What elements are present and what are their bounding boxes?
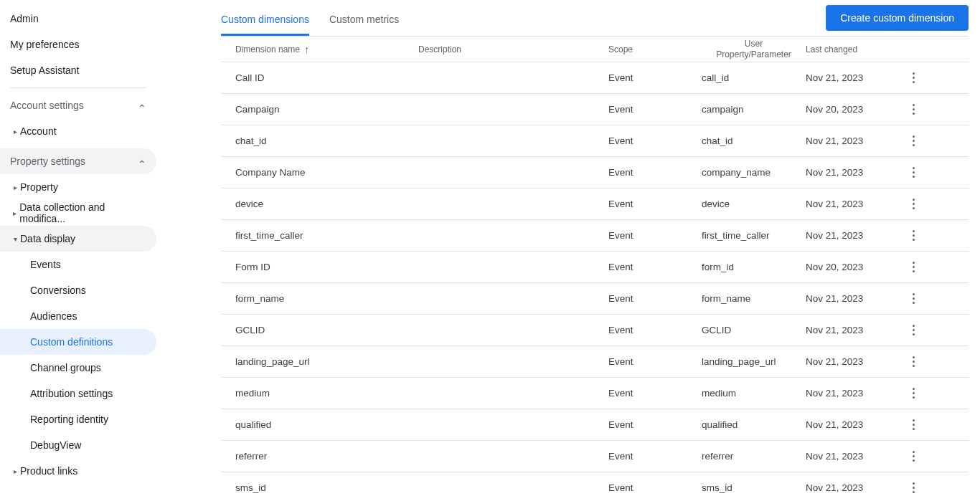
more-vert-icon	[913, 455, 915, 457]
cell-actions	[899, 164, 928, 181]
cell-scope: Event	[608, 482, 702, 493]
cell-last-changed: Nov 21, 2023	[806, 135, 899, 146]
nav-data-display[interactable]: Data display	[0, 226, 156, 252]
table-row: referrerEventreferrerNov 21, 2023	[221, 441, 969, 472]
cell-param: landing_page_url	[702, 356, 806, 367]
col-header-last-changed[interactable]: Last changed	[806, 44, 899, 54]
more-vert-icon	[913, 266, 915, 268]
row-actions-button[interactable]	[905, 101, 922, 118]
cell-name: device	[221, 199, 418, 209]
create-custom-dimension-button[interactable]: Create custom dimension	[826, 5, 969, 31]
cell-last-changed: Nov 21, 2023	[806, 293, 899, 304]
nav-item-label: Data display	[20, 233, 75, 244]
nav-section-label: Property settings	[10, 156, 85, 167]
row-actions-button[interactable]	[905, 196, 922, 213]
cell-scope: Event	[608, 451, 702, 462]
cell-last-changed: Nov 20, 2023	[806, 262, 899, 272]
col-header-scope[interactable]: Scope	[608, 44, 702, 54]
sidebar: Admin My preferences Setup Assistant Acc…	[0, 0, 156, 496]
cell-scope: Event	[608, 262, 702, 272]
cell-name: first_time_caller	[221, 230, 418, 241]
row-actions-button[interactable]	[905, 480, 922, 497]
more-vert-icon	[913, 361, 915, 363]
nav-property[interactable]: Property	[0, 174, 156, 200]
cell-actions	[899, 290, 928, 307]
nav-setup-assistant[interactable]: Setup Assistant	[0, 57, 156, 83]
cell-name: medium	[221, 388, 418, 399]
nav-data-collection[interactable]: Data collection and modifica...	[0, 200, 156, 226]
more-vert-icon	[913, 140, 915, 142]
row-actions-button[interactable]	[905, 164, 922, 181]
row-actions-button[interactable]	[905, 353, 922, 371]
row-actions-button[interactable]	[905, 70, 922, 87]
nav-product-links[interactable]: Product links	[0, 458, 156, 484]
cell-name: chat_id	[221, 135, 418, 146]
col-header-name[interactable]: Dimension name	[221, 44, 418, 55]
cell-actions	[899, 101, 928, 118]
table-row: mediumEventmediumNov 21, 2023	[221, 378, 969, 409]
table-row: Call IDEventcall_idNov 21, 2023	[221, 62, 969, 94]
cell-last-changed: Nov 21, 2023	[806, 451, 899, 462]
nav-property-settings[interactable]: Property settings	[0, 148, 156, 174]
cell-scope: Event	[608, 356, 702, 367]
caret-right-icon	[10, 209, 19, 217]
table-row: qualifiedEventqualifiedNov 21, 2023	[221, 409, 969, 441]
cell-scope: Event	[608, 230, 702, 241]
nav-conversions[interactable]: Conversions	[0, 277, 156, 303]
table-body: Call IDEventcall_idNov 21, 2023CampaignE…	[221, 62, 969, 496]
nav-account[interactable]: Account	[0, 118, 156, 144]
cell-param: device	[702, 199, 806, 209]
sort-arrow-up-icon	[304, 44, 309, 55]
tabs: Custom dimensions Custom metrics	[221, 0, 399, 36]
cell-name: landing_page_url	[221, 356, 418, 367]
nav-attribution-settings[interactable]: Attribution settings	[0, 381, 156, 406]
table-row: deviceEventdeviceNov 21, 2023	[221, 189, 969, 220]
cell-name: Call ID	[221, 72, 418, 83]
cell-param: referrer	[702, 451, 806, 462]
row-actions-button[interactable]	[905, 322, 922, 339]
dimensions-table: Dimension name Description Scope User Pr…	[221, 36, 969, 496]
nav-admin[interactable]: Admin	[0, 6, 156, 32]
cell-last-changed: Nov 21, 2023	[806, 72, 899, 83]
cell-param: company_name	[702, 167, 806, 178]
nav-divider	[10, 87, 146, 88]
nav-account-settings[interactable]: Account settings	[0, 92, 156, 118]
row-actions-button[interactable]	[905, 416, 922, 434]
cell-last-changed: Nov 21, 2023	[806, 199, 899, 209]
nav-debugview[interactable]: DebugView	[0, 432, 156, 458]
row-actions-button[interactable]	[905, 290, 922, 307]
cell-last-changed: Nov 21, 2023	[806, 230, 899, 241]
nav-custom-definitions[interactable]: Custom definitions	[0, 329, 156, 355]
table-row: Company NameEventcompany_nameNov 21, 202…	[221, 157, 969, 189]
cell-param: chat_id	[702, 135, 806, 146]
cell-scope: Event	[608, 419, 702, 430]
main-content: Custom dimensions Custom metrics Create …	[156, 0, 980, 496]
table-row: GCLIDEventGCLIDNov 21, 2023	[221, 315, 969, 346]
cell-scope: Event	[608, 135, 702, 146]
nav-item-label: Data collection and modifica...	[19, 201, 146, 224]
tab-custom-dimensions[interactable]: Custom dimensions	[221, 14, 309, 36]
row-actions-button[interactable]	[905, 227, 922, 244]
nav-events[interactable]: Events	[0, 252, 156, 277]
cell-param: campaign	[702, 104, 806, 115]
row-actions-button[interactable]	[905, 259, 922, 276]
cell-last-changed: Nov 21, 2023	[806, 356, 899, 367]
cell-actions	[899, 480, 928, 497]
nav-item-label: Property	[20, 181, 58, 193]
tab-custom-metrics[interactable]: Custom metrics	[329, 14, 399, 36]
cell-param: form_id	[702, 262, 806, 272]
row-actions-button[interactable]	[905, 133, 922, 150]
col-header-param[interactable]: User Property/Parameter	[702, 39, 806, 59]
caret-down-icon	[10, 235, 20, 243]
col-header-description[interactable]: Description	[418, 44, 608, 54]
cell-scope: Event	[608, 293, 702, 304]
more-vert-icon	[913, 108, 915, 110]
chevron-up-icon	[138, 156, 146, 167]
cell-name: referrer	[221, 451, 418, 462]
nav-my-preferences[interactable]: My preferences	[0, 32, 156, 57]
nav-audiences[interactable]: Audiences	[0, 303, 156, 329]
row-actions-button[interactable]	[905, 448, 922, 465]
nav-reporting-identity[interactable]: Reporting identity	[0, 406, 156, 432]
nav-channel-groups[interactable]: Channel groups	[0, 355, 156, 381]
row-actions-button[interactable]	[905, 385, 922, 402]
